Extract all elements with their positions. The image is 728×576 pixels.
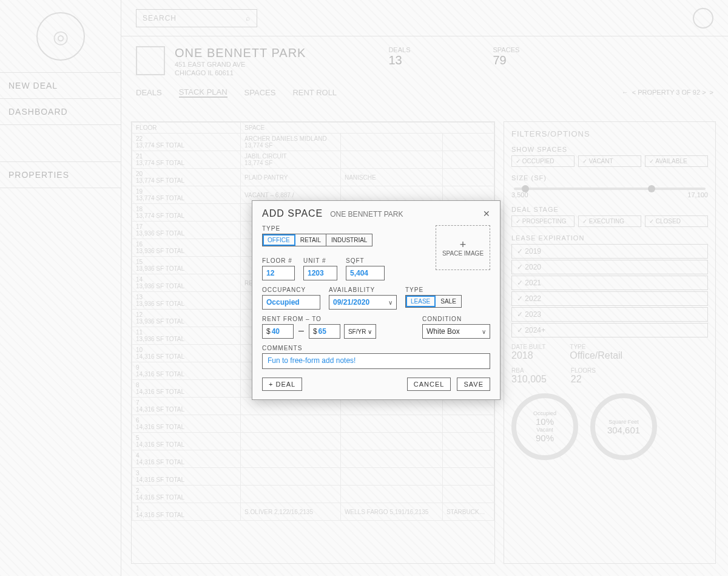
add-deal-button[interactable]: + Deal xyxy=(262,378,302,391)
comments-label: Comments xyxy=(262,345,490,351)
modal-title: Add Space xyxy=(262,208,323,219)
occupancy-label: Occupancy xyxy=(262,286,320,293)
sqft-label: SqFt xyxy=(346,257,385,264)
chevron-down-icon: ∨ xyxy=(368,328,372,335)
floor-input[interactable] xyxy=(262,266,295,280)
rent-to-input[interactable]: $65 xyxy=(309,324,340,339)
space-image-label: Space Image xyxy=(442,250,484,257)
comments-input[interactable]: Fun to free-form add notes! xyxy=(262,353,490,369)
listing-type-segmented[interactable]: Lease Sale xyxy=(405,295,462,308)
save-button[interactable]: Save xyxy=(457,378,490,391)
modal-subtitle: One Bennett Park xyxy=(330,210,403,219)
availability-date-input[interactable]: 09/21/2020 ∨ xyxy=(329,295,397,310)
rent-from-input[interactable]: $40 xyxy=(262,324,294,339)
condition-select[interactable]: White Box ∨ xyxy=(422,324,490,339)
chevron-down-icon: ∨ xyxy=(388,299,393,306)
occupancy-select[interactable]: Occupied xyxy=(262,295,320,310)
chevron-down-icon: ∨ xyxy=(482,328,486,335)
listing-type-lease[interactable]: Lease xyxy=(406,296,436,307)
unit-label: Unit # xyxy=(303,257,337,264)
add-space-modal: Add Space One Bennett Park ✕ Type Office… xyxy=(252,200,500,400)
floor-label: Floor # xyxy=(262,257,295,264)
type-option-retail[interactable]: Retail xyxy=(295,234,326,246)
space-image-upload[interactable]: + Space Image xyxy=(436,225,490,270)
type-option-office[interactable]: Office xyxy=(263,234,295,246)
space-type-segmented[interactable]: Office Retail Industrial xyxy=(262,234,372,246)
availability-label: Availability xyxy=(329,286,397,293)
plus-icon: + xyxy=(460,239,467,250)
cancel-button[interactable]: Cancel xyxy=(407,378,451,391)
listing-type-label: Type xyxy=(405,286,462,293)
sqft-input[interactable] xyxy=(346,266,385,280)
rent-label: Rent From – To xyxy=(262,316,376,322)
close-icon[interactable]: ✕ xyxy=(483,209,490,218)
unit-input[interactable] xyxy=(303,266,337,280)
condition-label: Condition xyxy=(422,316,490,322)
listing-type-sale[interactable]: Sale xyxy=(436,296,461,307)
space-type-label: Type xyxy=(262,225,426,232)
type-option-industrial[interactable]: Industrial xyxy=(326,234,372,246)
dash-separator: – xyxy=(297,325,305,339)
rent-unit-select[interactable]: SF/Yr ∨ xyxy=(344,324,376,339)
